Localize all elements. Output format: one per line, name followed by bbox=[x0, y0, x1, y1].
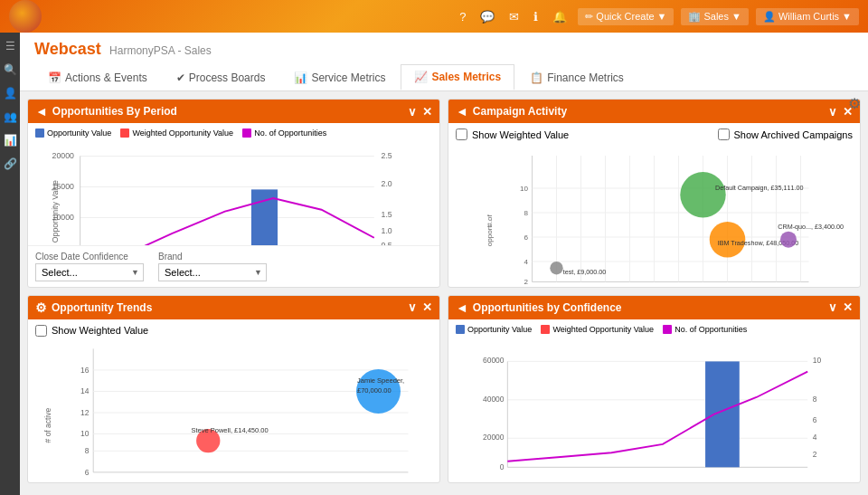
campaign-activity-title: Campaign Activity bbox=[473, 105, 567, 118]
sidebar-user-icon[interactable]: 👤 bbox=[4, 87, 17, 100]
svg-text:opport...: opport... bbox=[486, 220, 494, 247]
svg-text:20000: 20000 bbox=[483, 433, 505, 442]
svg-text:10: 10 bbox=[80, 429, 90, 438]
main-content: ◄ Opportunities By Period ∨ ✕ Opportunit… bbox=[20, 91, 868, 490]
opportunities-by-confidence-title: Opportunities by Confidence bbox=[473, 301, 622, 314]
bubble-default-campaign bbox=[680, 172, 725, 217]
controls-row: Close Date Confidence Select... Brand Se… bbox=[28, 245, 439, 287]
sidebar-network-icon[interactable]: 🔗 bbox=[4, 157, 17, 170]
widget-collapse-icon[interactable]: ∨ bbox=[408, 105, 417, 119]
bubble-test bbox=[550, 262, 562, 274]
sidebar-team-icon[interactable]: 👥 bbox=[4, 110, 17, 123]
svg-text:5000: 5000 bbox=[56, 243, 74, 244]
trends-close-icon[interactable]: ✕ bbox=[422, 300, 432, 314]
mail-icon[interactable]: ✉ bbox=[505, 8, 523, 25]
svg-text:Jamie Speeder,: Jamie Speeder, bbox=[357, 376, 404, 385]
dashboard-settings-icon[interactable]: ⚙ bbox=[848, 95, 861, 112]
show-archived-checkbox[interactable] bbox=[718, 129, 730, 140]
campaign-activity-header: ◄ Campaign Activity ∨ ✕ bbox=[448, 100, 860, 123]
opportunity-trends-header: ⚙ Opportunity Trends ∨ ✕ bbox=[28, 296, 439, 319]
svg-text:2: 2 bbox=[813, 450, 817, 459]
show-weighted-checkbox[interactable] bbox=[456, 129, 467, 140]
opportunities-by-period-title: Opportunities By Period bbox=[52, 105, 177, 118]
show-weighted-label: Show Weighted Value bbox=[472, 129, 569, 140]
trends-show-weighted-checkbox[interactable] bbox=[35, 325, 47, 337]
trends-show-weighted-row: Show Weighted Value bbox=[35, 325, 432, 337]
user-menu-button[interactable]: 👤 William Curtis ▼ bbox=[756, 8, 859, 25]
widget-close-icon[interactable]: ✕ bbox=[422, 105, 432, 119]
top-bar: ? 💬 ✉ ℹ 🔔 ✏ Quick Create ▼ 🏢 Sales ▼ 👤 W… bbox=[0, 0, 868, 33]
confidence-chart: 60000 40000 20000 0 10 8 6 4 2 bbox=[456, 338, 853, 483]
svg-text:6: 6 bbox=[813, 415, 817, 424]
svg-text:Opportunity Value: Opportunity Value bbox=[51, 180, 60, 243]
svg-text:16: 16 bbox=[80, 365, 90, 374]
info-icon[interactable]: ℹ bbox=[530, 8, 542, 25]
svg-text:1.5: 1.5 bbox=[382, 210, 392, 219]
tab-process-boards[interactable]: ✔ Process Boards bbox=[163, 64, 279, 90]
svg-text:2.5: 2.5 bbox=[382, 151, 392, 160]
brand-label: Brand bbox=[158, 252, 267, 262]
close-date-confidence-select[interactable]: Select... bbox=[35, 263, 144, 281]
opportunity-trends-widget: ⚙ Opportunity Trends ∨ ✕ Show Weighted V… bbox=[27, 295, 440, 484]
close-date-confidence-label: Close Date Confidence bbox=[35, 252, 144, 262]
svg-text:10: 10 bbox=[813, 356, 822, 365]
campaign-activity-widget: ◄ Campaign Activity ∨ ✕ Show Weighted Va… bbox=[448, 99, 861, 288]
confidence-collapse-icon[interactable]: ∨ bbox=[828, 300, 837, 314]
tab-sales-metrics[interactable]: 📈 Sales Metrics bbox=[401, 64, 514, 90]
opportunity-trends-title: Opportunity Trends bbox=[52, 301, 152, 314]
svg-text:Default Campaign, £35,111.00: Default Campaign, £35,111.00 bbox=[715, 184, 804, 192]
svg-text:4: 4 bbox=[524, 258, 529, 266]
svg-text:40000: 40000 bbox=[483, 394, 505, 403]
opportunities-by-period-widget: ◄ Opportunities By Period ∨ ✕ Opportunit… bbox=[27, 99, 440, 288]
svg-text:10: 10 bbox=[520, 185, 528, 193]
svg-text:12: 12 bbox=[80, 407, 90, 416]
svg-text:0.5: 0.5 bbox=[382, 241, 392, 244]
tab-bar: 📅 Actions & Events ✔ Process Boards 📊 Se… bbox=[34, 64, 854, 90]
show-archived-row: Show Archived Campaigns bbox=[718, 129, 853, 140]
page-header: Webcast HarmonyPSA - Sales 📅 Actions & E… bbox=[20, 33, 868, 91]
campaign-chart: 10 8 6 4 2 -2 0 2 4 6 8 10 # of leads # … bbox=[456, 148, 853, 287]
tab-service-metrics[interactable]: 📊 Service Metrics bbox=[280, 64, 399, 90]
chat-icon[interactable]: 💬 bbox=[476, 8, 498, 25]
page-subtitle: HarmonyPSA - Sales bbox=[109, 44, 212, 57]
sidebar-menu-icon[interactable]: ☰ bbox=[5, 40, 15, 52]
sales-button[interactable]: 🏢 Sales ▼ bbox=[681, 8, 748, 25]
svg-text:0: 0 bbox=[500, 462, 505, 471]
svg-text:8: 8 bbox=[813, 394, 817, 403]
svg-text:# of active: # of active bbox=[43, 407, 52, 443]
svg-text:6: 6 bbox=[524, 233, 529, 242]
sidebar-search-icon[interactable]: 🔍 bbox=[4, 63, 17, 76]
confidence-close-icon[interactable]: ✕ bbox=[843, 300, 853, 314]
svg-text:14: 14 bbox=[80, 386, 90, 395]
trends-chart: 16 14 12 10 8 6 # of active Jamie Speede… bbox=[35, 340, 432, 483]
opportunities-by-period-header: ◄ Opportunities By Period ∨ ✕ bbox=[28, 100, 439, 123]
svg-text:£70,000.00: £70,000.00 bbox=[357, 386, 392, 395]
bubble-crm bbox=[780, 232, 797, 248]
svg-text:6: 6 bbox=[85, 467, 90, 476]
svg-text:test, £9,000.00: test, £9,000.00 bbox=[563, 268, 607, 276]
opportunities-legend: Opportunity Value Weighted Opportunity V… bbox=[35, 129, 432, 138]
tab-actions-events[interactable]: 📅 Actions & Events bbox=[34, 64, 161, 90]
svg-text:8: 8 bbox=[85, 446, 90, 455]
confidence-bar-opp bbox=[705, 361, 740, 467]
svg-text:20000: 20000 bbox=[52, 151, 74, 160]
opportunities-line bbox=[80, 198, 374, 244]
help-icon[interactable]: ? bbox=[456, 8, 469, 25]
opportunities-chart: 20000 15000 10000 5000 0 This Mont bbox=[35, 141, 432, 245]
notification-icon[interactable]: 🔔 bbox=[549, 8, 571, 25]
svg-text:60000: 60000 bbox=[483, 356, 505, 365]
opportunities-by-confidence-widget: ◄ Opportunities by Confidence ∨ ✕ Opport… bbox=[448, 295, 861, 484]
sidebar-chart-icon[interactable]: 📊 bbox=[4, 134, 17, 147]
campaign-collapse-icon[interactable]: ∨ bbox=[828, 105, 837, 119]
svg-text:1.0: 1.0 bbox=[382, 226, 392, 235]
svg-text:4: 4 bbox=[813, 433, 817, 442]
tab-finance-metrics[interactable]: 📋 Finance Metrics bbox=[516, 64, 637, 90]
svg-text:2.0: 2.0 bbox=[382, 179, 392, 188]
trends-collapse-icon[interactable]: ∨ bbox=[408, 300, 417, 314]
page-title: Webcast bbox=[34, 40, 101, 58]
svg-text:Steve Powell, £14,450.00: Steve Powell, £14,450.00 bbox=[191, 425, 268, 433]
brand-select[interactable]: Select... bbox=[158, 263, 267, 281]
svg-text:2: 2 bbox=[524, 278, 529, 286]
quick-create-button[interactable]: ✏ Quick Create ▼ bbox=[578, 8, 674, 25]
app-logo bbox=[9, 0, 42, 33]
